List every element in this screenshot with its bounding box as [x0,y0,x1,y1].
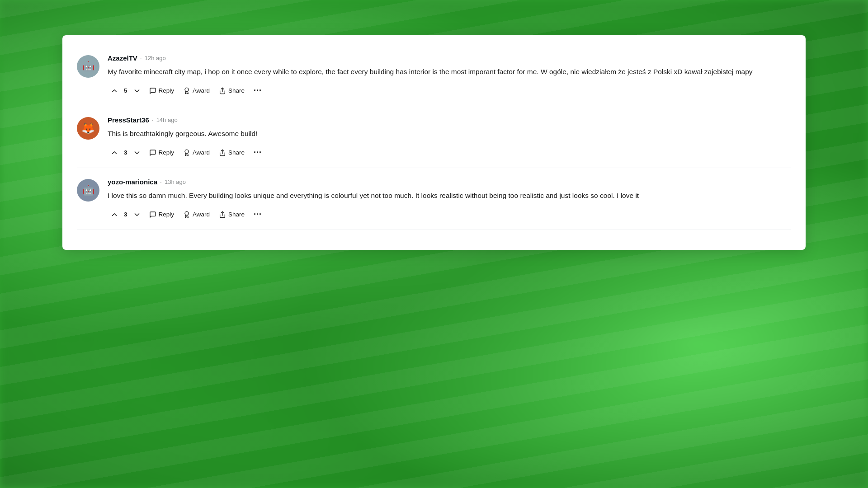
separator-dot: · [140,55,142,62]
more-button[interactable]: ··· [250,84,265,98]
comment-actions: 3 Reply Award Share [108,207,791,221]
downvote-icon [133,149,141,157]
vote-count: 3 [122,149,129,156]
comment-actions: 3 Reply Award Share [108,145,791,160]
award-icon [183,149,190,156]
comment-header: PressStart36 · 14h ago [108,116,791,124]
comment-separator [77,106,791,106]
username: AzazelTV [108,54,137,62]
award-button[interactable]: Award [179,85,213,97]
reply-label: Reply [159,87,175,94]
reply-button[interactable]: Reply [146,209,178,221]
upvote-icon [110,87,118,95]
comments-card: 🤖 AzazelTV · 12h ago My favorite minecra… [62,35,806,250]
timestamp: 13h ago [165,178,186,185]
vote-count: 5 [122,87,129,94]
comment-text: This is breathtakingly gorgeous. Awesome… [108,128,791,139]
downvote-icon [133,211,141,219]
more-icon: ··· [254,148,262,157]
downvote-button[interactable] [130,209,144,221]
vote-group: 5 [108,85,144,97]
more-button[interactable]: ··· [250,207,265,221]
avatar: 🦊 [77,117,99,140]
downvote-button[interactable] [130,147,144,159]
award-label: Award [193,87,210,94]
avatar: 🤖 [77,179,99,202]
upvote-button[interactable] [108,209,121,221]
timestamp: 12h ago [145,55,166,61]
avatar-icon: 🤖 [82,184,94,196]
separator-dot: · [152,117,154,124]
comment-separator [77,230,791,230]
comment-text: I love this so damn much. Every building… [108,190,791,201]
share-label: Share [228,87,245,94]
comment-item: 🤖 AzazelTV · 12h ago My favorite minecra… [62,46,806,106]
comment-header: AzazelTV · 12h ago [108,54,791,62]
timestamp: 14h ago [156,117,178,123]
comment-header: yozo-marionica · 13h ago [108,178,791,186]
vote-count: 3 [122,211,129,218]
reply-icon [149,149,156,156]
username: yozo-marionica [108,178,157,186]
award-label: Award [193,211,210,218]
upvote-button[interactable] [108,147,121,159]
avatar-icon: 🦊 [81,122,95,135]
share-button[interactable]: Share [215,147,248,159]
reply-label: Reply [159,211,175,218]
reply-icon [149,211,156,218]
reply-label: Reply [159,149,175,156]
comment-actions: 5 Reply Award Share [108,84,791,98]
share-icon [219,87,226,94]
more-button[interactable]: ··· [250,145,265,160]
reply-button[interactable]: Reply [146,85,178,97]
award-icon [183,211,190,218]
downvote-icon [133,87,141,95]
share-button[interactable]: Share [215,85,248,97]
avatar-icon: 🤖 [82,61,94,72]
upvote-icon [110,149,118,157]
comment-item [62,232,806,241]
award-button[interactable]: Award [179,147,213,159]
award-icon [183,87,190,94]
comment-body: AzazelTV · 12h ago My favorite minecraft… [108,54,791,106]
comment-text: My favorite minecraft city map, i hop on… [108,66,791,77]
share-icon [219,149,226,156]
comment-separator [77,168,791,168]
share-button[interactable]: Share [215,209,248,221]
vote-group: 3 [108,209,144,221]
separator-dot: · [160,178,162,186]
reply-icon [149,87,156,94]
comment-body: yozo-marionica · 13h ago I love this so … [108,178,791,230]
vote-group: 3 [108,147,144,159]
username: PressStart36 [108,116,149,124]
more-icon: ··· [254,86,262,95]
avatar: 🤖 [77,55,99,78]
more-icon: ··· [254,210,262,219]
award-button[interactable]: Award [179,209,213,221]
downvote-button[interactable] [130,85,144,97]
comment-body: PressStart36 · 14h ago This is breathtak… [108,116,791,168]
comment-item: 🤖 yozo-marionica · 13h ago I love this s… [62,170,806,230]
reply-button[interactable]: Reply [146,147,178,159]
share-icon [219,211,226,218]
upvote-button[interactable] [108,85,121,97]
share-label: Share [228,149,245,156]
comment-item: 🦊 PressStart36 · 14h ago This is breatht… [62,108,806,168]
share-label: Share [228,211,245,218]
upvote-icon [110,211,118,219]
award-label: Award [193,149,210,156]
